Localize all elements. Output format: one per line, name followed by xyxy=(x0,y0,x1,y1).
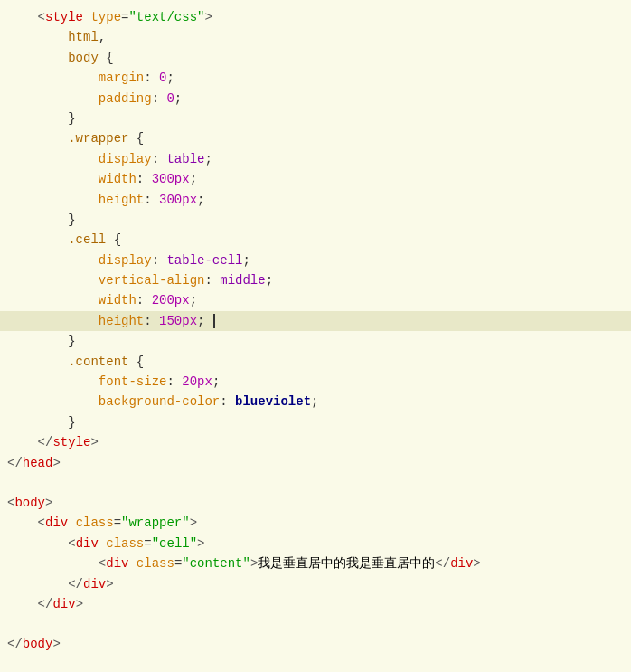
property-token: display xyxy=(99,152,152,166)
value-number-token: 20px xyxy=(182,374,212,389)
selector-token: html xyxy=(68,30,99,44)
plain-token: ; xyxy=(190,293,197,308)
value-number-token: 150px xyxy=(159,314,197,328)
plain-token: } xyxy=(68,111,75,126)
line-content: <div class="content">我是垂直居中的我是垂直居中的</div… xyxy=(0,554,481,573)
tag-token: body xyxy=(23,637,53,651)
tag-token: div xyxy=(76,536,99,551)
tag-token: head xyxy=(23,456,53,470)
line-content: </head> xyxy=(0,453,61,473)
value-number-token: 300px xyxy=(159,193,197,207)
code-line: <div class="content">我是垂直居中的我是垂直居中的</div… xyxy=(0,554,631,573)
line-content: .cell { xyxy=(0,230,121,250)
code-line: margin: 0; xyxy=(0,68,631,88)
code-line: </div> xyxy=(0,574,631,594)
code-line: display: table; xyxy=(0,149,631,169)
property-token: vertical-align xyxy=(99,273,205,288)
plain-token: { xyxy=(106,232,121,247)
bracket-token: > xyxy=(473,556,480,571)
tag-token: div xyxy=(45,516,68,530)
value-number-token: 200px xyxy=(152,293,190,308)
class-val-token: "wrapper" xyxy=(121,516,190,530)
line-content: <div class="wrapper"> xyxy=(0,513,197,533)
line-content: } xyxy=(0,109,76,128)
plain-token: { xyxy=(128,131,144,146)
code-line: <div class="wrapper"> xyxy=(0,513,631,533)
code-line: } xyxy=(0,210,631,230)
plain-token: ; xyxy=(204,152,212,166)
line-content: </body> xyxy=(0,634,61,654)
bracket-token: > xyxy=(106,577,113,592)
plain-token: ; xyxy=(311,394,318,409)
code-editor: <style type="text/css"> html, body { mar… xyxy=(0,0,631,672)
code-line: </body> xyxy=(0,634,631,654)
code-line: height: 150px; xyxy=(0,311,631,331)
class-val-token: "cell" xyxy=(152,536,197,551)
code-line: <body> xyxy=(0,493,631,513)
value-number-token: 0 xyxy=(166,91,174,106)
bracket-token: </ xyxy=(435,556,450,571)
bracket-token: < xyxy=(38,516,45,530)
value-keyword-token: table xyxy=(166,152,204,166)
code-line: body { xyxy=(0,48,631,68)
chinese-token: 我是垂直居中的我是垂直居中的 xyxy=(258,556,435,571)
bracket-token: < xyxy=(68,536,75,551)
value-keyword-token: middle xyxy=(220,273,265,288)
plain-token: ; xyxy=(197,314,204,328)
line-content: height: 300px; xyxy=(0,190,204,210)
plain-token: : xyxy=(144,193,159,207)
plain-token: ; xyxy=(242,253,250,268)
selector-token: .content xyxy=(68,355,128,369)
plain-token: ; xyxy=(166,71,174,85)
plain-token: ; xyxy=(174,91,182,106)
property-token: padding xyxy=(99,91,152,106)
plain-token: = xyxy=(144,536,151,551)
bracket-token: </ xyxy=(68,577,83,592)
code-line: </style> xyxy=(0,432,631,452)
plain-token: : xyxy=(166,374,182,389)
code-line xyxy=(0,614,631,634)
code-line: vertical-align: middle; xyxy=(0,270,631,290)
line-content: <body> xyxy=(0,493,52,513)
attr-name-token: class xyxy=(76,516,114,530)
plain-token: ; xyxy=(197,193,204,207)
property-token: margin xyxy=(99,71,144,85)
bracket-token: > xyxy=(52,456,60,470)
plain-token: } xyxy=(68,415,75,430)
bracket-token: > xyxy=(45,496,52,510)
attr-name-token: class xyxy=(106,536,144,551)
plain-token: : xyxy=(204,273,220,288)
line-content: </div> xyxy=(0,574,114,594)
property-token: background-color xyxy=(99,394,220,409)
code-line: background-color: blueviolet; xyxy=(0,392,631,412)
line-content: font-size: 20px; xyxy=(0,372,220,392)
value-text-token: blueviolet xyxy=(235,394,311,409)
property-token: height xyxy=(99,314,144,328)
line-content: display: table; xyxy=(0,149,212,169)
plain-token: { xyxy=(128,355,144,369)
line-content: padding: 0; xyxy=(0,89,182,109)
code-line: .wrapper { xyxy=(0,128,631,148)
code-line: <div class="cell"> xyxy=(0,534,631,554)
attr-name-token: type xyxy=(90,10,121,24)
property-token: font-size xyxy=(99,374,167,389)
code-line: html, xyxy=(0,27,631,47)
property-token: height xyxy=(99,193,144,207)
property-token: width xyxy=(99,293,137,308)
value-number-token: 300px xyxy=(152,172,190,186)
plain-token: ; xyxy=(266,273,273,288)
bracket-token: > xyxy=(197,536,204,551)
line-content: </div> xyxy=(0,594,83,614)
code-line: } xyxy=(0,109,631,128)
line-content: vertical-align: middle; xyxy=(0,270,273,290)
tag-token: div xyxy=(106,556,128,571)
code-line: display: table-cell; xyxy=(0,251,631,270)
plain-token: { xyxy=(99,51,114,65)
code-line: width: 300px; xyxy=(0,169,631,189)
line-content: width: 300px; xyxy=(0,169,197,189)
line-content: <style type="text/css"> xyxy=(0,7,212,27)
line-content: } xyxy=(0,210,76,230)
line-content: width: 200px; xyxy=(0,290,197,310)
line-content: body { xyxy=(0,48,114,68)
tag-token: body xyxy=(14,496,45,510)
